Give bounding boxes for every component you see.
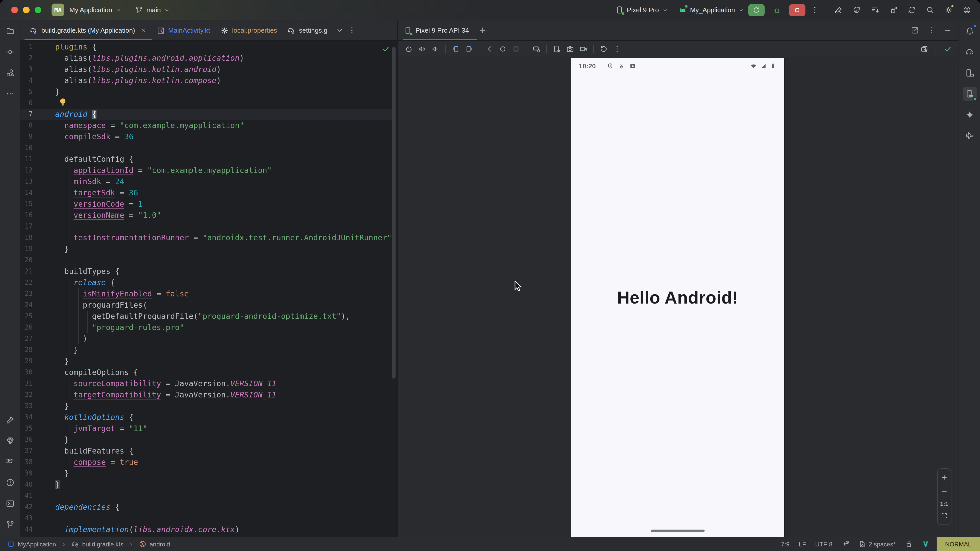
minimize-panel-button[interactable] (941, 24, 953, 37)
code-line[interactable]: 4 alias(libs.plugins.kotlin.compose) (21, 75, 392, 86)
code-line[interactable]: 27 ) (21, 333, 392, 345)
more-v-icon[interactable] (611, 43, 623, 55)
code-line[interactable]: 36 } (21, 434, 392, 445)
gemini-disabled-icon[interactable] (842, 540, 850, 548)
code-line[interactable]: 26 "proguard-rules.pro" (21, 322, 392, 333)
code-line[interactable]: 30 compileOptions { (21, 367, 392, 378)
build-hammer-icon[interactable] (832, 4, 844, 16)
code-line[interactable]: 22 release { (21, 277, 392, 288)
close-tab-icon[interactable] (140, 27, 146, 34)
resources-icon[interactable] (3, 66, 17, 80)
editor-scrollbar[interactable] (392, 47, 396, 379)
rotate-left-icon[interactable] (450, 43, 461, 55)
code-line[interactable]: 7android { (21, 109, 392, 120)
screen-record-icon[interactable] (577, 43, 589, 55)
folder-icon[interactable] (3, 24, 17, 38)
code-line[interactable]: 33 } (21, 400, 392, 412)
code-line[interactable]: 32 targetCompatibility = JavaVersion.VER… (21, 389, 392, 400)
device-tab[interactable]: Pixel 9 Pro API 34 (403, 21, 477, 40)
code-line[interactable]: 34 kotlinOptions { (21, 412, 392, 423)
code-line[interactable]: 6 (21, 97, 392, 109)
code-line[interactable]: 18 testInstrumentationRunner = "androidx… (21, 232, 392, 243)
run-more-actions-button[interactable] (808, 4, 821, 16)
gradle-icon[interactable] (963, 45, 977, 59)
vcs-branch-widget[interactable]: main (135, 6, 170, 14)
code-line[interactable]: 9 compileSdk = 36 (21, 131, 392, 142)
code-line[interactable]: 37 buildFeatures { (21, 445, 392, 457)
close-window-button[interactable] (11, 6, 18, 13)
rerun-button[interactable] (748, 4, 765, 16)
code-line[interactable]: 28 } (21, 345, 392, 356)
hammer-icon[interactable] (3, 413, 17, 427)
editor-tab[interactable]: local.properties (215, 21, 282, 40)
code-line[interactable]: 44 implementation(libs.androidx.core.ktx… (21, 524, 392, 535)
zoom-fit-button[interactable] (940, 511, 949, 520)
device-settings-icon[interactable] (551, 43, 563, 55)
apply-code-icon[interactable] (869, 4, 881, 16)
code-line[interactable]: 39 } (21, 468, 392, 479)
search-icon[interactable] (924, 4, 936, 16)
device-selector[interactable]: Pixel 9 Pro (615, 6, 668, 14)
code-line[interactable]: 29 } (21, 356, 392, 367)
apply-changes-icon[interactable]: A (850, 4, 862, 16)
rotate-right-icon[interactable] (463, 43, 475, 55)
back-icon[interactable] (484, 43, 495, 55)
screenshot-icon[interactable] (564, 43, 576, 55)
editor-tab[interactable]: Kbuild.gradle.kts (My Application) (24, 21, 151, 40)
settings-icon[interactable] (942, 4, 955, 16)
vim-plugin-icon[interactable] (921, 540, 929, 548)
airplane-icon[interactable] (963, 129, 977, 143)
code-line[interactable]: 17 (21, 221, 392, 232)
attach-debugger-icon[interactable] (887, 4, 899, 16)
code-line[interactable]: 20 (21, 254, 392, 266)
device-manager-icon[interactable] (963, 66, 977, 80)
tab-options-button[interactable] (347, 25, 357, 35)
code-line[interactable]: 38 compose = true (21, 457, 392, 468)
code-line[interactable]: 2 alias(libs.plugins.android.application… (21, 52, 392, 64)
power-icon[interactable] (403, 43, 414, 55)
code-line[interactable]: 12 applicationId = "com.example.myapplic… (21, 165, 392, 176)
readonly-lock-icon[interactable] (905, 540, 912, 548)
home-icon[interactable] (496, 43, 508, 55)
code-line[interactable]: 35 jvmTarget = "11" (21, 423, 392, 434)
indent-widget[interactable]: 2 spaces* (859, 540, 896, 548)
breadcrumb-item[interactable]: MyApplication (7, 540, 56, 548)
caret-position-widget[interactable]: 7:9 (781, 540, 790, 548)
zoom-in-button[interactable] (940, 473, 949, 482)
code-line[interactable]: 23 isMinifyEnabled = false (21, 288, 392, 300)
minimize-window-button[interactable] (23, 6, 30, 13)
logcat-icon[interactable] (3, 454, 17, 469)
code-line[interactable]: 3 alias(libs.plugins.kotlin.android) (21, 64, 392, 75)
code-line[interactable]: 41 (21, 490, 392, 502)
problems-icon[interactable] (3, 475, 17, 490)
code-line[interactable]: 5} (21, 86, 392, 97)
hidden-tabs-dropdown-button[interactable] (334, 25, 345, 35)
editor-tab[interactable]: Ksettings.g (282, 21, 332, 40)
editor-tab[interactable]: MainActivity.kt (151, 21, 215, 40)
code-line[interactable]: 42dependencies { (21, 502, 392, 513)
breadcrumb-item[interactable]: android (139, 540, 170, 548)
zoom-window-button[interactable] (35, 6, 41, 13)
code-line[interactable]: 16 versionName = "1.0" (21, 210, 392, 221)
code-line[interactable]: 31 sourceCompatibility = JavaVersion.VER… (21, 378, 392, 389)
debug-button[interactable] (769, 4, 785, 16)
terminal-icon[interactable] (3, 496, 17, 511)
code-lines[interactable]: 1plugins {2 alias(libs.plugins.android.a… (21, 41, 392, 535)
hardware-input-icon[interactable] (530, 43, 542, 55)
code-line[interactable]: 24 proguardFiles( (21, 300, 392, 311)
code-line[interactable]: 43 (21, 513, 392, 524)
code-line[interactable]: 1plugins { (21, 41, 392, 52)
code-line[interactable]: 11 defaultConfig { (21, 154, 392, 165)
volume-down-icon[interactable] (429, 43, 441, 55)
line-ending-widget[interactable]: LF (799, 540, 806, 548)
project-avatar[interactable]: MA (52, 3, 64, 16)
code-line[interactable]: 8 namespace = "com.example.myapplication… (21, 120, 392, 131)
code-line[interactable]: 10 (21, 142, 392, 154)
commit-icon[interactable] (3, 45, 17, 59)
gesture-navigation-pill[interactable] (651, 530, 704, 532)
code-line[interactable]: 14 targetSdk = 36 (21, 187, 392, 198)
gem-icon[interactable] (3, 433, 17, 448)
project-widget[interactable]: My Application (69, 6, 121, 14)
code-line[interactable]: 25 getDefaultProguardFile("proguard-andr… (21, 311, 392, 322)
panel-options-button[interactable] (925, 24, 937, 37)
